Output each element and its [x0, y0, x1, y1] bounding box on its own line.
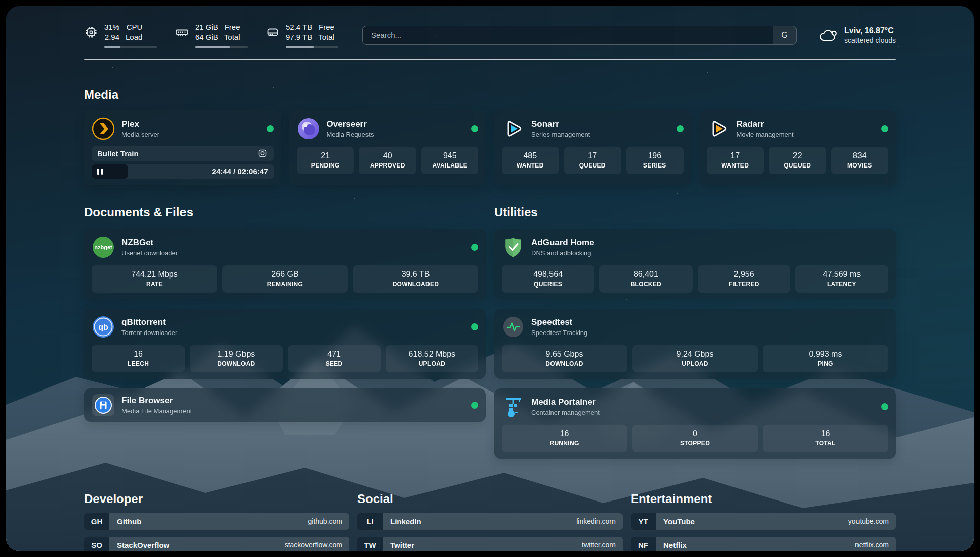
link-name: Github: [117, 517, 141, 526]
portainer-icon: [502, 395, 525, 418]
filebrowser-card[interactable]: File Browser Media File Management: [84, 388, 486, 422]
search-bar: G: [362, 26, 797, 45]
qbittorrent-card[interactable]: qb qBittorrent Torrent downloader 16LEEC…: [84, 309, 486, 379]
playback-progress-bar: 24:44 / 02:06:47: [92, 164, 274, 179]
plex-icon: [92, 117, 115, 140]
section-title-media: Media: [84, 88, 896, 102]
nzbget-icon: nzbget: [92, 236, 115, 259]
status-online-dot: [881, 125, 888, 132]
status-online-dot: [471, 125, 478, 132]
link-row-twitter[interactable]: TW Twitter twitter.com: [357, 537, 623, 551]
ram-icon: [175, 25, 189, 39]
overseerr-card[interactable]: Overseerr Media Requests 21PENDING 40APP…: [289, 110, 486, 185]
search-engine-button[interactable]: G: [773, 26, 796, 44]
app-desc: Series management: [531, 131, 590, 138]
link-abbr: YT: [631, 513, 656, 530]
stat-download: 9.65 GbpsDOWNLOAD: [502, 345, 627, 372]
cloud-icon: [819, 27, 838, 44]
app-desc: Usenet downloader: [121, 249, 178, 257]
system-stats: 31% 2.94 CPU Load: [84, 22, 338, 48]
link-row-linkedin[interactable]: LI LinkedIn linkedin.com: [357, 513, 623, 530]
section-title-utilities: Utilities: [494, 205, 896, 219]
stat-seed: 471SEED: [288, 345, 381, 372]
stat-movies: 834MOVIES: [831, 147, 889, 174]
link-name: StackOverflow: [117, 541, 169, 549]
link-abbr: TW: [357, 537, 383, 551]
search-input[interactable]: [363, 26, 773, 44]
app-name: Speedtest: [531, 317, 587, 327]
status-online-dot: [881, 403, 888, 410]
sonarr-card[interactable]: Sonarr Series management 485WANTED 17QUE…: [494, 110, 691, 185]
stat-blocked: 86,401BLOCKED: [599, 265, 692, 293]
qbittorrent-icon: qb: [92, 315, 115, 339]
disk-progress-bar: [286, 46, 338, 48]
radarr-card[interactable]: Radarr Movie management 17WANTED 22QUEUE…: [699, 110, 896, 185]
app-desc: Media server: [121, 131, 159, 138]
speedtest-card[interactable]: Speedtest Speedtest Tracking 9.65 GbpsDO…: [494, 309, 896, 379]
top-bar: 31% 2.94 CPU Load: [84, 22, 896, 48]
developer-links: Developer GH Github github.com SO StackO…: [84, 492, 349, 551]
ram-values: 21 GiB 64 GiB: [195, 22, 218, 42]
plex-card[interactable]: Plex Media server Bullet Train 24:44 / 0…: [84, 110, 281, 185]
disk-labels: Free Total: [318, 22, 334, 42]
radarr-icon: [707, 117, 730, 140]
stat-queries: 498,564QUERIES: [502, 265, 594, 293]
stat-filtered: 2,956FILTERED: [698, 265, 790, 293]
svg-text:qb: qb: [98, 323, 108, 331]
overseerr-icon: [297, 117, 320, 140]
app-name: Plex: [121, 119, 159, 129]
sonarr-icon: [502, 117, 525, 140]
pause-icon: [97, 169, 103, 175]
cpu-icon: [84, 25, 98, 39]
cpu-values: 31% 2.94: [104, 22, 119, 42]
stat-series: 196SERIES: [626, 147, 684, 174]
app-name: File Browser: [121, 396, 192, 406]
utilities-column: Utilities AdGuard Home DNS and: [494, 205, 896, 459]
stat-wanted: 17WANTED: [707, 147, 764, 174]
link-name: Netflix: [663, 541, 687, 549]
stat-ping: 0.993 msPING: [763, 345, 888, 372]
link-row-stackoverflow[interactable]: SO StackOverflow stackoverflow.com: [84, 537, 349, 551]
stat-upload: 618.52 MbpsUPLOAD: [386, 345, 478, 372]
cpu-labels: CPU Load: [126, 22, 142, 42]
status-online-dot: [267, 125, 274, 132]
documents-column: Documents & Files nzbget NZBGet Usenet d…: [84, 205, 486, 459]
social-links: Social LI LinkedIn linkedin.com TW Twitt…: [357, 492, 623, 551]
app-name: AdGuard Home: [531, 238, 594, 248]
link-row-github[interactable]: GH Github github.com: [84, 513, 349, 530]
portainer-card[interactable]: Media Portainer Container management 16R…: [494, 388, 896, 459]
stat-approved: 40APPROVED: [359, 147, 416, 174]
adguard-card[interactable]: AdGuard Home DNS and adblocking 498,564Q…: [494, 229, 896, 299]
section-title-social: Social: [357, 492, 623, 506]
section-title-developer: Developer: [84, 492, 349, 506]
stat-pending: 21PENDING: [297, 147, 354, 174]
link-url: twitter.com: [582, 541, 616, 549]
link-row-youtube[interactable]: YT YouTube youtube.com: [631, 513, 896, 530]
nzbget-card[interactable]: nzbget NZBGet Usenet downloader 744.21 M…: [84, 229, 486, 299]
ram-stat: 21 GiB 64 GiB Free Total: [175, 22, 248, 48]
app-name: NZBGet: [121, 238, 178, 248]
link-url: youtube.com: [848, 517, 889, 525]
stat-wanted: 485WANTED: [502, 147, 559, 174]
stat-downloaded: 39.6 TBDOWNLOADED: [353, 265, 478, 293]
stat-queued: 17QUEUED: [564, 147, 622, 174]
link-abbr: LI: [357, 513, 383, 530]
stat-download: 1.19 GbpsDOWNLOAD: [190, 345, 282, 372]
link-row-netflix[interactable]: NF Netflix netflix.com: [631, 537, 896, 551]
link-name: Twitter: [390, 541, 414, 549]
disk-stat: 52.4 TB 97.9 TB Free Total: [266, 22, 338, 48]
link-abbr: GH: [84, 513, 109, 530]
link-url: github.com: [308, 517, 342, 525]
status-online-dot: [471, 402, 478, 409]
link-abbr: NF: [631, 537, 656, 551]
app-name: Radarr: [737, 119, 794, 129]
header-divider: [84, 59, 896, 60]
weather-location-temp: Lviv, 16.87°C: [844, 26, 896, 35]
filebrowser-icon: [92, 394, 115, 417]
app-name: qBittorrent: [121, 317, 177, 327]
playback-time: 24:44 / 02:06:47: [212, 167, 268, 176]
app-desc: DNS and adblocking: [531, 249, 594, 257]
movie-camera-icon: [258, 149, 268, 157]
stat-running: 16RUNNING: [502, 425, 627, 452]
stat-stopped: 0STOPPED: [632, 425, 758, 452]
